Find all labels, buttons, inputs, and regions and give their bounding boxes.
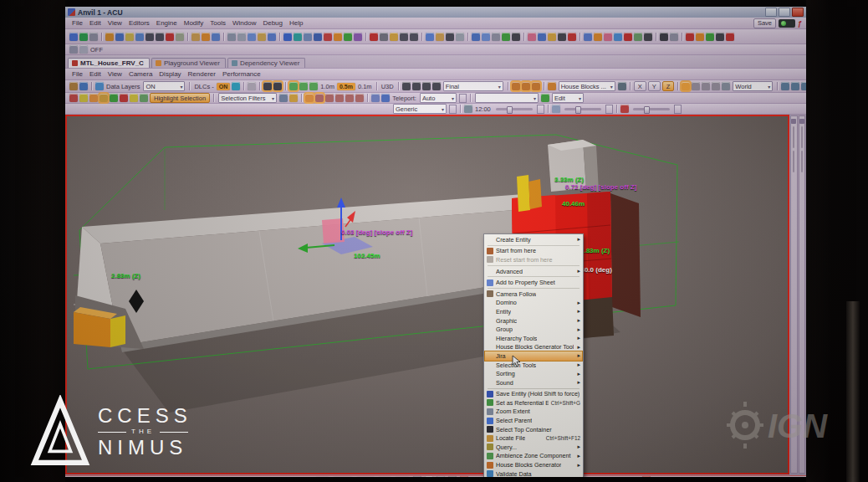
magnifier-minus-icon[interactable] [801, 82, 806, 90]
dock-handle2-icon[interactable] [79, 45, 88, 54]
menu-item-entity[interactable]: Entity▸ [485, 307, 582, 316]
menu-item-selection-tools[interactable]: Selection Tools▸ [485, 361, 582, 370]
branch-icon[interactable] [460, 476, 468, 477]
data-layers-select[interactable]: ON▾ [143, 81, 185, 91]
world-sphere-icon[interactable] [79, 33, 88, 41]
close-button[interactable] [792, 8, 804, 17]
globe2-icon[interactable] [232, 82, 240, 90]
menu-item-advanced[interactable]: Advanced▸ [485, 267, 582, 276]
grid-icon[interactable] [176, 33, 184, 41]
stack-icon[interactable] [618, 82, 626, 90]
display-icon[interactable] [446, 33, 454, 41]
chart-blue-icon[interactable] [283, 33, 292, 41]
sphere-red-icon[interactable] [120, 94, 128, 102]
lod-icon[interactable] [402, 82, 411, 90]
lod3-icon[interactable] [422, 82, 431, 90]
slate-icon[interactable] [670, 33, 678, 41]
bulb-icon[interactable] [79, 94, 88, 102]
house-blocks-select[interactable]: House Blocks ...▾ [559, 81, 615, 91]
menu-tools[interactable]: Tools [207, 19, 229, 27]
window2-icon[interactable] [482, 33, 490, 41]
menu-view[interactable]: View [105, 19, 125, 27]
wrench-orange-icon[interactable] [594, 33, 602, 41]
copy-icon[interactable] [248, 33, 256, 41]
snap-0-5m-badge[interactable]: 0.5m [337, 83, 355, 90]
wind-slider[interactable] [633, 108, 670, 110]
expand-badges-icon[interactable] [413, 476, 421, 477]
menu-item-locate-file[interactable]: Locate FileCtrl+Shift+F12 [485, 433, 582, 443]
menu-edit[interactable]: Edit [86, 19, 105, 27]
menu-performance[interactable]: Performance [219, 70, 264, 78]
graph-icon[interactable] [371, 94, 380, 102]
play-icon[interactable] [390, 33, 398, 41]
teleport-select[interactable]: Auto▾ [420, 93, 457, 103]
transform-icon[interactable] [105, 33, 114, 41]
render-mode2-icon[interactable] [273, 82, 282, 90]
game-badge[interactable]: Gam² [333, 477, 353, 478]
menu-item-start-from-here[interactable]: Start from here [485, 247, 582, 256]
menu-item-house-blocks-generator-tools[interactable]: House Blocks Generator Tools▸ [485, 343, 582, 352]
doc-gray-icon[interactable] [456, 33, 464, 41]
menu-item-house-blocks-generator[interactable]: House Blocks Generator▸ [485, 460, 582, 469]
stats-icon[interactable] [344, 33, 352, 41]
slider-thumb[interactable] [507, 106, 513, 114]
menu-view[interactable]: View [105, 70, 125, 78]
menu-item-hierarchy-tools[interactable]: Hierarchy Tools▸ [485, 334, 582, 343]
menu-window[interactable]: Window [229, 19, 259, 27]
prg-badge[interactable]: Prg [395, 477, 410, 478]
menu-item-graphic[interactable]: Graphic▸ [485, 316, 582, 326]
slider-thumb[interactable] [644, 106, 650, 114]
clock-icon[interactable] [464, 105, 472, 113]
package-icon[interactable] [191, 33, 200, 41]
menu-debug[interactable]: Debug [259, 19, 286, 27]
funnel-icon[interactable] [100, 94, 108, 102]
doc-blue-icon[interactable] [426, 33, 434, 41]
speaker-muted-icon[interactable] [410, 33, 418, 41]
scene-settings-icon[interactable] [79, 82, 88, 90]
pivot-icon[interactable] [712, 82, 720, 90]
engine-power-toggle[interactable] [779, 19, 795, 28]
menu-item-validate-data[interactable]: Validate Data [485, 469, 582, 477]
tab-mtl-house-frv-c[interactable]: MTL_House_FRV_C [68, 58, 150, 68]
flag-icon[interactable] [620, 105, 629, 113]
list-icon[interactable] [304, 33, 312, 41]
globe-icon[interactable] [95, 82, 104, 90]
menu-renderer[interactable]: Renderer [185, 70, 219, 78]
tab-dependency-viewer[interactable]: Dependency Viewer [227, 58, 305, 68]
toggle-red-green-icon[interactable] [166, 33, 174, 41]
camera-preset4-icon[interactable] [345, 94, 354, 102]
menu-item-query[interactable]: Query...▸ [485, 443, 582, 452]
menu-modify[interactable]: Modify [181, 19, 207, 27]
box-orange-icon[interactable] [305, 94, 314, 102]
slider-thumb[interactable] [575, 106, 581, 114]
house-blocks-icon[interactable] [548, 82, 556, 90]
menu-item-add-to-property-sheet[interactable]: Add to Property Sheet [485, 278, 582, 287]
save-icon[interactable] [227, 33, 236, 41]
hammer-icon[interactable] [69, 82, 78, 90]
script-icon[interactable]: ƒ [798, 19, 802, 28]
square-green-icon[interactable] [706, 33, 714, 41]
camera-blue-icon[interactable] [381, 94, 390, 102]
panel-dark-icon[interactable] [512, 33, 520, 41]
user-icon[interactable] [538, 33, 546, 41]
save-button[interactable]: Save [753, 18, 776, 28]
flag-pink-icon[interactable] [528, 33, 536, 41]
ruler-icon[interactable] [248, 82, 256, 90]
gizmo-scale-icon[interactable] [532, 82, 540, 90]
menu-item-select-parent[interactable]: Select Parent [485, 416, 582, 425]
cut-icon[interactable] [237, 33, 246, 41]
marker-b-icon[interactable] [156, 33, 164, 41]
layers2-icon[interactable] [314, 33, 322, 41]
menu-item-sound[interactable]: Sound▸ [485, 378, 582, 387]
open-scene-icon[interactable] [69, 33, 78, 41]
rotate-cw-icon[interactable] [692, 82, 700, 90]
grid3-icon[interactable] [644, 33, 652, 41]
diamond-orange-icon[interactable] [696, 33, 704, 41]
sphere-yellow-icon[interactable] [130, 94, 138, 102]
plus-green-icon[interactable] [541, 94, 549, 102]
audio-badge[interactable]: Aud² [356, 477, 375, 478]
refresh-icon[interactable] [614, 33, 622, 41]
time-slider[interactable] [496, 108, 533, 110]
snap-grid3-icon[interactable] [309, 82, 318, 90]
doc-amber-icon[interactable] [436, 33, 444, 41]
